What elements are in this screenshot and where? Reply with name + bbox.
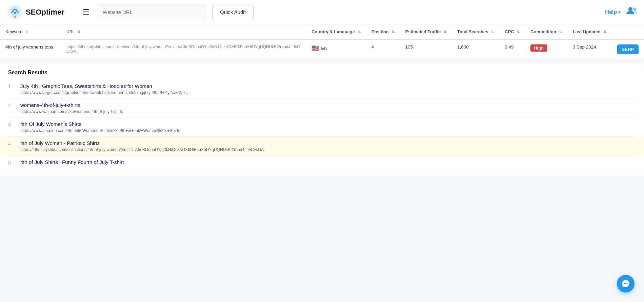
result-content: 4th of July Women - Patriotic Shirts htt… — [20, 140, 636, 152]
result-content: 4th of July Shirts | Funny Fourth of Jul… — [20, 159, 636, 166]
list-item: 1 July 4th : Graphic Tees, Sweatshirts &… — [0, 80, 644, 98]
result-number: 1 — [8, 83, 15, 89]
competition-badge: High — [530, 44, 547, 52]
result-content: womens-4th-of-july-t-shirts https://www.… — [20, 102, 636, 114]
th-url[interactable]: URL ⇅ — [61, 24, 306, 39]
th-keyword[interactable]: Keyword ⇅ — [0, 24, 61, 39]
cell-position: 4 — [366, 39, 400, 59]
user-icon-button[interactable] — [626, 6, 637, 18]
logo-text: SEOptimer — [26, 8, 64, 17]
list-item: 2 womens-4th-of-july-t-shirts https://ww… — [0, 99, 644, 117]
table-row: 4th of july womens tops https://4thofjul… — [0, 39, 644, 59]
cell-keyword: 4th of july womens tops — [0, 39, 61, 59]
cell-cpc: 0.49 — [499, 39, 525, 59]
sort-icon-keyword: ⇅ — [25, 30, 28, 34]
result-title[interactable]: July 4th : Graphic Tees, Sweatshirts & H… — [20, 83, 636, 89]
result-title[interactable]: womens-4th-of-july-t-shirts — [20, 102, 636, 108]
svg-point-3 — [633, 7, 636, 11]
serp-button[interactable]: SERP — [617, 44, 639, 54]
users-icon — [626, 6, 637, 16]
result-url: https://www.walmart.com/c/kp/womens-4th-… — [20, 109, 123, 114]
result-number: 3 — [8, 121, 15, 127]
cell-country-language: 🇺🇸 EN — [306, 39, 366, 59]
th-serp — [612, 24, 644, 39]
result-number: 2 — [8, 102, 15, 108]
result-content: July 4th : Graphic Tees, Sweatshirts & H… — [20, 83, 636, 95]
list-item: 5 4th of July Shirts | Funny Fourth of J… — [0, 156, 644, 169]
sort-icon-competition: ⇅ — [559, 30, 562, 34]
cell-competition: High — [525, 39, 567, 59]
result-content: 4th Of July Women's Shirts https://www.a… — [20, 121, 636, 133]
sort-icon-lastupdated: ⇅ — [603, 30, 606, 34]
search-results-section: Search Results 1 July 4th : Graphic Tees… — [0, 63, 644, 176]
sort-icon-cpc: ⇅ — [517, 30, 520, 34]
cell-last-updated: 3 Sep 2024 — [567, 39, 612, 59]
result-number: 5 — [8, 159, 15, 165]
sort-icon-country: ⇅ — [358, 30, 361, 34]
main-content: Keyword ⇅ URL ⇅ Country & Language ⇅ Pos… — [0, 24, 644, 176]
cell-url: https://4thofjulyshirts.com/collections/… — [61, 39, 306, 59]
sort-icon-position: ⇅ — [391, 30, 395, 34]
header: SEOptimer ☰ Quick Audit Help ▾ — [0, 0, 644, 24]
logo-area: SEOptimer — [7, 4, 75, 20]
flag-icon: 🇺🇸 — [311, 44, 319, 52]
quick-audit-button[interactable]: Quick Audit — [212, 5, 254, 19]
cell-total-searches: 1,600 — [452, 39, 499, 59]
search-results-heading: Search Results — [0, 63, 644, 80]
svg-point-1 — [14, 12, 16, 14]
help-button[interactable]: Help ▾ — [605, 9, 620, 15]
th-position[interactable]: Position ⇅ — [366, 24, 400, 39]
sort-icon-traffic: ⇅ — [443, 30, 446, 34]
result-url: https://4thofjulyshirts.com/collections/… — [20, 147, 266, 152]
list-item: 3 4th Of July Women's Shirts https://www… — [0, 118, 644, 136]
result-title[interactable]: 4th Of July Women's Shirts — [20, 121, 636, 127]
th-total-searches[interactable]: Total Searches ⇅ — [452, 24, 499, 39]
result-number: 4 — [8, 140, 15, 146]
cell-serp: SERP — [612, 39, 644, 59]
table-section: Keyword ⇅ URL ⇅ Country & Language ⇅ Pos… — [0, 24, 644, 59]
sort-icon-url: ⇅ — [77, 30, 80, 34]
flag-language: 🇺🇸 EN — [311, 44, 360, 52]
chevron-down-icon: ▾ — [618, 10, 620, 15]
cell-estimated-traffic: 105 — [400, 39, 452, 59]
th-estimated-traffic[interactable]: Estimated Traffic ⇅ — [400, 24, 452, 39]
th-cpc[interactable]: CPC ⇅ — [499, 24, 525, 39]
th-last-updated[interactable]: Last Updated ⇅ — [567, 24, 612, 39]
table-header-row: Keyword ⇅ URL ⇅ Country & Language ⇅ Pos… — [0, 24, 644, 39]
result-url: https://www.amazon.com/4th-July-Womens-S… — [20, 128, 180, 133]
th-competition[interactable]: Competition ⇅ — [525, 24, 567, 39]
help-label: Help — [605, 9, 617, 15]
list-item: 4 4th of July Women - Patriotic Shirts h… — [0, 137, 644, 155]
result-url: https://www.target.com/c/graphic-tees-sw… — [20, 90, 188, 95]
result-title[interactable]: 4th of July Women - Patriotic Shirts — [20, 140, 636, 146]
result-title[interactable]: 4th of July Shirts | Funny Fourth of Jul… — [20, 159, 636, 165]
svg-point-2 — [628, 7, 632, 11]
language-label: EN — [321, 46, 327, 51]
logo-icon — [7, 4, 23, 20]
url-input[interactable] — [98, 5, 206, 19]
keywords-table: Keyword ⇅ URL ⇅ Country & Language ⇅ Pos… — [0, 24, 644, 59]
th-country-language[interactable]: Country & Language ⇅ — [306, 24, 366, 39]
hamburger-button[interactable]: ☰ — [81, 6, 92, 19]
sort-icon-searches: ⇅ — [491, 30, 494, 34]
